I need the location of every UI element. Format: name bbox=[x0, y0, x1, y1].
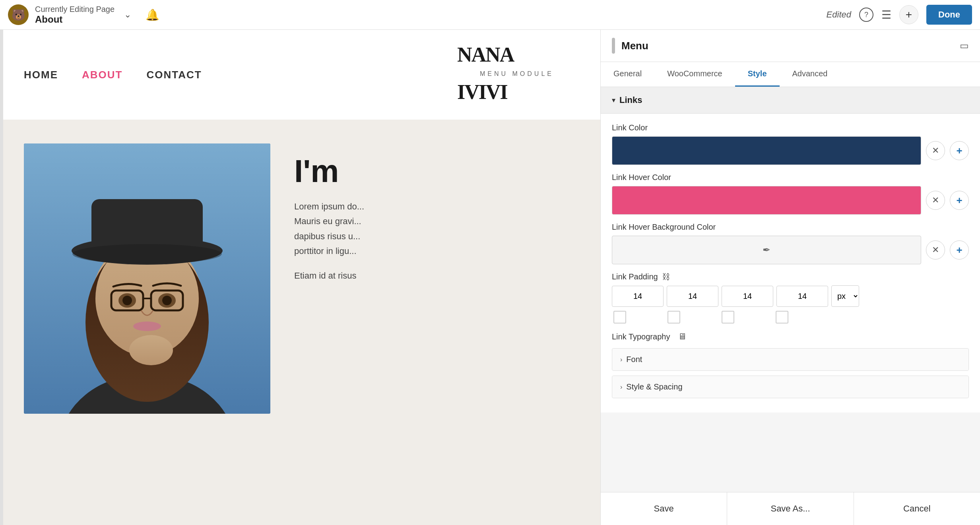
nav-link-home[interactable]: HOME bbox=[24, 69, 58, 81]
link-color-clear-btn[interactable]: ✕ bbox=[926, 141, 945, 160]
link-hover-bg-color-label: Link Hover Background Color bbox=[612, 223, 969, 232]
top-bar: 🐻 Currently Editing Page About ⌄ 🔔 Edite… bbox=[0, 0, 980, 30]
bear-emoji: 🐻 bbox=[12, 8, 25, 21]
padding-checkboxes bbox=[612, 311, 969, 324]
link-icon[interactable]: ⛓ bbox=[662, 272, 670, 281]
font-sub-section-header[interactable]: › Font bbox=[612, 349, 968, 370]
tab-general[interactable]: General bbox=[601, 62, 654, 87]
edited-label: Edited bbox=[827, 10, 851, 20]
link-hover-bg-color-clear-btn[interactable]: ✕ bbox=[926, 240, 945, 260]
monitor-icon[interactable]: 🖥 bbox=[678, 331, 687, 342]
style-spacing-chevron-icon: › bbox=[620, 384, 622, 391]
style-spacing-sub-section: › Style & Spacing bbox=[612, 376, 969, 398]
nav-links: HOME ABOUT CONTACT bbox=[24, 69, 202, 81]
font-sub-section: › Font bbox=[612, 348, 969, 371]
typography-row: Link Typography 🖥 › Font › Style & Spaci… bbox=[612, 331, 969, 398]
nav-link-contact[interactable]: CONTACT bbox=[146, 69, 202, 81]
tab-style[interactable]: Style bbox=[735, 62, 780, 87]
logo-subtitle: MENU MODULE bbox=[480, 70, 554, 77]
hero-body: Lorem ipsum do... Mauris eu gravi... dap… bbox=[294, 199, 576, 259]
page-info: Currently Editing Page About bbox=[35, 5, 114, 25]
logo-area: NANA MENU MODULE IVIVI bbox=[457, 42, 576, 108]
svg-point-18 bbox=[162, 296, 172, 305]
svg-point-19 bbox=[133, 322, 161, 331]
top-bar-left: 🐻 Currently Editing Page About ⌄ 🔔 bbox=[8, 4, 159, 25]
panel-header: Menu ▭ bbox=[601, 30, 980, 62]
links-section: ▾ Links bbox=[601, 87, 980, 114]
link-hover-color-add-btn[interactable]: + bbox=[950, 191, 969, 210]
link-color-label: Link Color bbox=[612, 123, 969, 132]
padding-checkbox-left[interactable] bbox=[776, 311, 788, 324]
padding-right-input[interactable] bbox=[667, 286, 718, 307]
svg-point-11 bbox=[72, 244, 222, 264]
padding-inputs: px em % bbox=[612, 285, 969, 307]
nav-bar: HOME ABOUT CONTACT NANA MENU MODULE IVIV… bbox=[0, 30, 600, 120]
bell-icon[interactable]: 🔔 bbox=[146, 8, 159, 21]
link-color-add-btn[interactable]: + bbox=[950, 141, 969, 160]
hero-section: I'm Lorem ipsum do... Mauris eu gravi...… bbox=[0, 120, 600, 438]
link-hover-bg-color-add-btn[interactable]: + bbox=[950, 240, 969, 260]
link-hover-bg-color-row-controls: ✒ ✕ + bbox=[612, 236, 969, 264]
nav-link-about[interactable]: ABOUT bbox=[82, 69, 122, 81]
hamburger-icon[interactable]: ☰ bbox=[881, 8, 891, 21]
svg-text:IVIVI: IVIVI bbox=[457, 81, 508, 103]
hero-image bbox=[24, 143, 270, 414]
panel-minimize-icon[interactable]: ▭ bbox=[960, 40, 969, 51]
typography-label: Link Typography bbox=[612, 332, 670, 341]
padding-label: Link Padding bbox=[612, 272, 658, 281]
links-chevron-icon: ▾ bbox=[612, 96, 615, 105]
logo-bottom: IVIVI bbox=[457, 79, 576, 108]
link-hover-color-row: Link Hover Color ✕ + bbox=[612, 173, 969, 215]
font-sub-label: Font bbox=[626, 355, 642, 364]
links-label: Links bbox=[619, 95, 642, 105]
style-spacing-sub-section-header[interactable]: › Style & Spacing bbox=[612, 376, 968, 398]
svg-point-20 bbox=[129, 335, 173, 365]
link-color-row-controls: ✕ + bbox=[612, 136, 969, 165]
logo-text: NANA bbox=[457, 42, 576, 69]
hero-body-2: Etiam id at risus bbox=[294, 268, 576, 283]
style-spacing-sub-label: Style & Spacing bbox=[626, 382, 682, 391]
typography-label-row: Link Typography 🖥 bbox=[612, 331, 969, 342]
save-button[interactable]: Save bbox=[601, 492, 727, 525]
link-hover-color-swatch[interactable] bbox=[612, 186, 921, 215]
help-icon[interactable]: ? bbox=[859, 8, 873, 22]
padding-checkbox-top[interactable] bbox=[613, 311, 626, 324]
hero-text: I'm Lorem ipsum do... Mauris eu gravi...… bbox=[294, 143, 576, 283]
panel-drag-handle-vertical[interactable] bbox=[612, 38, 615, 54]
link-hover-color-label: Link Hover Color bbox=[612, 173, 969, 182]
top-bar-right: Edited ? ☰ + Done bbox=[827, 5, 972, 25]
link-hover-color-row-controls: ✕ + bbox=[612, 186, 969, 215]
cancel-button[interactable]: Cancel bbox=[854, 492, 980, 525]
tab-advanced[interactable]: Advanced bbox=[780, 62, 840, 87]
padding-left-input[interactable] bbox=[776, 286, 828, 307]
done-button[interactable]: Done bbox=[926, 5, 972, 25]
panel-body: ▾ Links Link Color ✕ + Link Hover Color bbox=[601, 87, 980, 492]
padding-label-row: Link Padding ⛓ bbox=[612, 272, 969, 281]
page-content: HOME ABOUT CONTACT NANA MENU MODULE IVIV… bbox=[0, 30, 600, 525]
plus-icon[interactable]: + bbox=[899, 5, 918, 24]
padding-top-input[interactable] bbox=[612, 286, 664, 307]
link-color-swatch[interactable] bbox=[612, 136, 921, 165]
svg-point-17 bbox=[122, 296, 132, 305]
panel-tabs: General WooCommerce Style Advanced bbox=[601, 62, 980, 87]
links-header[interactable]: ▾ Links bbox=[601, 87, 980, 114]
panel-drag-handle[interactable] bbox=[0, 30, 3, 525]
right-panel: Menu ▭ General WooCommerce Style Advance… bbox=[600, 30, 980, 525]
editing-label: Currently Editing Page bbox=[35, 5, 114, 14]
padding-unit-select[interactable]: px em % bbox=[831, 285, 859, 307]
panel-footer: Save Save As... Cancel bbox=[601, 492, 980, 525]
svg-text:NANA: NANA bbox=[457, 43, 515, 66]
dropdown-arrow-icon[interactable]: ⌄ bbox=[124, 10, 131, 20]
bear-logo: 🐻 bbox=[8, 4, 29, 25]
save-as-button[interactable]: Save As... bbox=[727, 492, 853, 525]
link-hover-bg-color-swatch[interactable]: ✒ bbox=[612, 236, 921, 264]
link-hover-color-clear-btn[interactable]: ✕ bbox=[926, 191, 945, 210]
padding-bottom-input[interactable] bbox=[722, 286, 773, 307]
padding-checkbox-right[interactable] bbox=[668, 311, 680, 324]
panel-title: Menu bbox=[621, 40, 648, 52]
padding-row: Link Padding ⛓ px em % bbox=[612, 272, 969, 324]
settings-area: Link Color ✕ + Link Hover Color ✕ + Link… bbox=[601, 114, 980, 413]
page-name: About bbox=[35, 14, 114, 25]
tab-woocommerce[interactable]: WooCommerce bbox=[654, 62, 735, 87]
padding-checkbox-bottom[interactable] bbox=[722, 311, 734, 324]
